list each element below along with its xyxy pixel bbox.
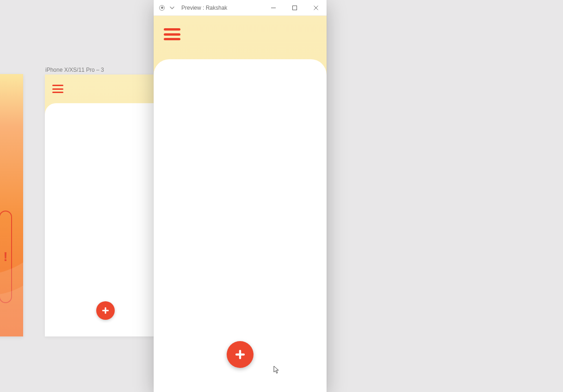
menu-icon[interactable]	[52, 85, 63, 93]
svg-rect-3	[293, 6, 297, 10]
plus-icon	[101, 306, 110, 315]
maximize-icon	[292, 6, 297, 10]
minimize-button[interactable]	[263, 0, 284, 16]
preview-titlebar[interactable]: Preview : Rakshak	[154, 0, 327, 16]
preview-window: Preview : Rakshak	[154, 0, 327, 392]
splash-wave-shape	[0, 244, 23, 336]
minimize-icon	[271, 6, 276, 10]
preview-title: Preview : Rakshak	[181, 5, 227, 11]
maximize-button[interactable]	[284, 0, 305, 16]
plus-icon	[234, 348, 246, 361]
preview-body[interactable]	[154, 16, 327, 392]
artboard-label[interactable]: iPhone X/XS/11 Pro – 3	[45, 67, 104, 73]
svg-rect-2	[271, 8, 276, 8]
add-button[interactable]	[227, 341, 254, 368]
artboard-splash-partial[interactable]: !	[0, 74, 23, 336]
artboard-iphone-3[interactable]	[45, 75, 166, 336]
artboard-dropdown[interactable]	[169, 5, 175, 11]
close-button[interactable]	[305, 0, 327, 16]
svg-rect-1	[102, 310, 109, 311]
add-button[interactable]	[96, 301, 115, 320]
close-icon	[314, 6, 318, 10]
window-controls	[263, 0, 327, 16]
titlebar-left-controls: Preview : Rakshak	[159, 5, 227, 11]
svg-rect-5	[235, 354, 245, 355]
chevron-down-icon	[170, 6, 174, 9]
menu-icon[interactable]	[164, 28, 180, 40]
home-artboard-icon[interactable]	[159, 5, 165, 11]
